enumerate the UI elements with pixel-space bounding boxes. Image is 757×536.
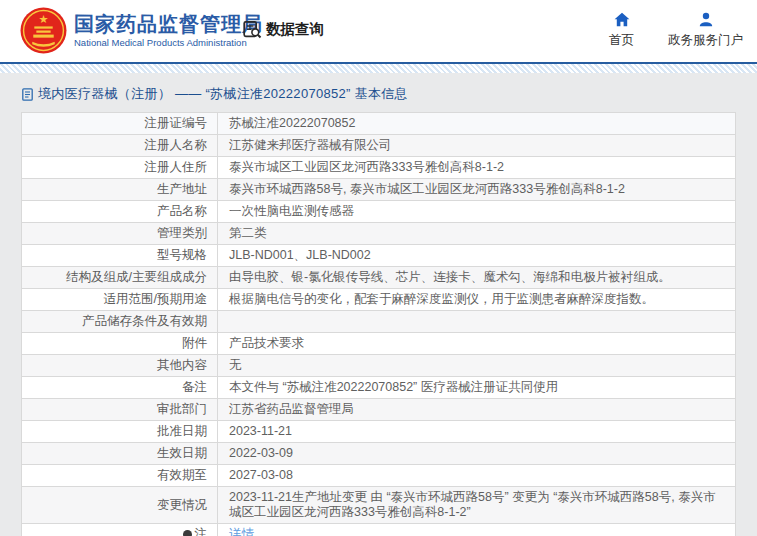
table-row: 其他内容 无 <box>22 355 735 377</box>
table-row: 生产地址 泰兴市环城西路58号, 泰兴市城区工业园区龙河西路333号雅创高科8-… <box>22 179 735 201</box>
note-label: 注 <box>195 527 208 536</box>
row-label: 注册人住所 <box>22 157 218 178</box>
document-icon <box>22 88 33 101</box>
row-value: 根据脑电信号的变化，配套于麻醉深度监测仪，用于监测患者麻醉深度指数。 <box>218 289 735 310</box>
row-label: 有效期至 <box>22 465 218 486</box>
row-label: 其他内容 <box>22 355 218 376</box>
table-row-change-history: 变更情况 2023-11-21生产地址变更 由 “泰兴市环城西路58号” 变更为… <box>22 487 735 524</box>
user-icon <box>698 12 714 27</box>
site-subtitle: National Medical Products Administration <box>74 37 263 49</box>
table-row: 产品储存条件及有效期 <box>22 311 735 333</box>
row-value: 一次性脑电监测传感器 <box>218 201 735 222</box>
national-emblem-icon: ★ <box>20 7 67 54</box>
row-label: 批准日期 <box>22 421 218 442</box>
row-label: 型号规格 <box>22 245 218 266</box>
row-label: 产品储存条件及有效期 <box>22 311 218 332</box>
row-value: 2022-03-09 <box>218 443 735 464</box>
table-row: 适用范围/预期用途 根据脑电信号的变化，配套于麻醉深度监测仪，用于监测患者麻醉深… <box>22 289 735 311</box>
row-value: 2023-11-21 <box>218 421 735 442</box>
header-hatch-strip <box>0 64 757 73</box>
svg-text:★: ★ <box>38 13 48 25</box>
home-icon <box>614 12 630 27</box>
document-search-icon <box>243 20 262 39</box>
table-row: 管理类别 第二类 <box>22 223 735 245</box>
row-label: 变更情况 <box>22 487 218 523</box>
top-nav: 首页 政务服务门户 <box>609 12 743 49</box>
row-label: 生产地址 <box>22 179 218 200</box>
main-content: 境内医疗器械（注册） —— “苏械注准20222070852” 基本信息 注册证… <box>0 73 757 536</box>
row-value: 江苏省药品监督管理局 <box>218 399 735 420</box>
table-row: 附件 产品技术要求 <box>22 333 735 355</box>
row-label: 生效日期 <box>22 443 218 464</box>
row-value <box>218 311 735 332</box>
row-label: 结构及组成/主要组成成分 <box>22 267 218 288</box>
row-value: JLB-ND001、JLB-ND002 <box>218 245 735 266</box>
row-value: 无 <box>218 355 735 376</box>
table-row-note: 注 详情 <box>22 524 735 536</box>
row-value: 2027-03-08 <box>218 465 735 486</box>
row-value: 第二类 <box>218 223 735 244</box>
breadcrumb-text: 境内医疗器械（注册） —— “苏械注准20222070852” 基本信息 <box>38 85 408 103</box>
site-title: 国家药品监督管理局 <box>74 12 263 36</box>
row-label: 管理类别 <box>22 223 218 244</box>
row-value: 泰兴市城区工业园区龙河西路333号雅创高科8-1-2 <box>218 157 735 178</box>
data-query-button[interactable]: 数据查询 <box>243 20 324 39</box>
table-row: 审批部门 江苏省药品监督管理局 <box>22 399 735 421</box>
nav-gov-portal-label: 政务服务门户 <box>668 32 743 49</box>
table-row: 结构及组成/主要组成成分 由导电胶、银-氯化银传导线、芯片、连接卡、魔术勾、海绵… <box>22 267 735 289</box>
row-label: 备注 <box>22 377 218 398</box>
note-icon <box>181 528 194 536</box>
row-value: 产品技术要求 <box>218 333 735 354</box>
table-row: 备注 本文件与 “苏械注准20222070852” 医疗器械注册证共同使用 <box>22 377 735 399</box>
table-row: 注册人名称 江苏健来邦医疗器械有限公司 <box>22 135 735 157</box>
row-value: 泰兴市环城西路58号, 泰兴市城区工业园区龙河西路333号雅创高科8-1-2 <box>218 179 735 200</box>
breadcrumb: 境内医疗器械（注册） —— “苏械注准20222070852” 基本信息 <box>22 86 736 102</box>
row-label: 注 <box>22 524 218 536</box>
registration-info-table: 注册证编号 苏械注准20222070852 注册人名称 江苏健来邦医疗器械有限公… <box>21 112 736 536</box>
row-value: 详情 <box>218 524 735 536</box>
row-label: 注册人名称 <box>22 135 218 156</box>
row-label: 适用范围/预期用途 <box>22 289 218 310</box>
row-value: 本文件与 “苏械注准20222070852” 医疗器械注册证共同使用 <box>218 377 735 398</box>
row-value: 苏械注准20222070852 <box>218 113 735 134</box>
row-value: 江苏健来邦医疗器械有限公司 <box>218 135 735 156</box>
nav-home-label: 首页 <box>609 32 634 49</box>
row-label: 注册证编号 <box>22 113 218 134</box>
table-row: 批准日期 2023-11-21 <box>22 421 735 443</box>
table-row: 生效日期 2022-03-09 <box>22 443 735 465</box>
table-row: 注册证编号 苏械注准20222070852 <box>22 113 735 135</box>
table-row: 型号规格 JLB-ND001、JLB-ND002 <box>22 245 735 267</box>
row-value: 由导电胶、银-氯化银传导线、芯片、连接卡、魔术勾、海绵和电极片被衬组成。 <box>218 267 735 288</box>
header: ★ 国家药品监督管理局 National Medical Products Ad… <box>0 0 757 62</box>
row-value: 2023-11-21生产地址变更 由 “泰兴市环城西路58号” 变更为 “泰兴市… <box>218 487 735 523</box>
table-row: 产品名称 一次性脑电监测传感器 <box>22 201 735 223</box>
row-label: 产品名称 <box>22 201 218 222</box>
row-label: 附件 <box>22 333 218 354</box>
nav-gov-service-portal[interactable]: 政务服务门户 <box>668 12 743 49</box>
details-link[interactable]: 详情 <box>229 527 254 536</box>
row-label: 审批部门 <box>22 399 218 420</box>
nmpa-logo[interactable]: ★ 国家药品监督管理局 National Medical Products Ad… <box>20 7 263 54</box>
table-row: 有效期至 2027-03-08 <box>22 465 735 487</box>
data-query-label: 数据查询 <box>266 20 324 39</box>
nav-home[interactable]: 首页 <box>609 12 634 49</box>
table-row: 注册人住所 泰兴市城区工业园区龙河西路333号雅创高科8-1-2 <box>22 157 735 179</box>
